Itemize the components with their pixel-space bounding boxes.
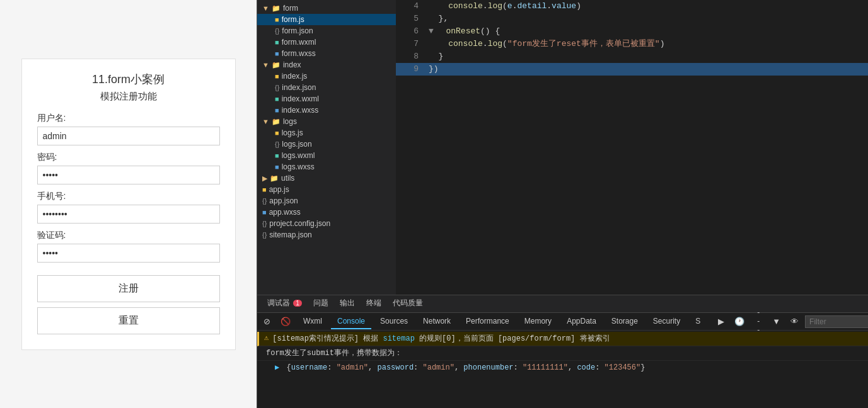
ide-main: ▼ 📁 form ■ form.js {} form.json ■ form.w…: [257, 0, 868, 295]
json-icon-app: {}: [262, 197, 267, 205]
toolbar-eye-btn[interactable]: 👁: [787, 315, 802, 327]
tab-security[interactable]: Security: [647, 314, 686, 329]
tab-appdata[interactable]: AppData: [560, 314, 603, 329]
line-content-7: console.log("form发生了reset事件，表单已被重置"): [429, 38, 665, 50]
tree-file-sitemap-json[interactable]: {} sitemap.json: [257, 229, 396, 241]
devtools-panel: 调试器 1 问题 输出 终端 代码质量 ⊘ 🚫 Wxml Console Sou…: [257, 295, 868, 408]
tree-file-index-wxss[interactable]: ■ index.wxss: [257, 105, 396, 116]
folder-icon-logs: 📁: [272, 118, 281, 126]
code-input[interactable]: [37, 244, 220, 263]
username-label: 用户名:: [37, 113, 220, 124]
form-subtitle: 模拟注册功能: [37, 91, 220, 103]
warning-icon: ⚠: [264, 333, 269, 343]
code-line-6: 6 ▼ onReset() {: [396, 25, 868, 38]
tree-file-logs-js[interactable]: ■ logs.js: [257, 127, 396, 139]
tree-file-form-wxml[interactable]: ■ form.wxml: [257, 37, 396, 48]
console-text-submit: form发生了submit事件，携带数据为：: [266, 348, 863, 359]
meta-tab-debugger[interactable]: 调试器 1: [262, 297, 307, 311]
username-input[interactable]: [37, 127, 220, 145]
tree-file-app-wxss[interactable]: ■ app.wxss: [257, 207, 396, 218]
tree-label-form-wxml: form.wxml: [282, 38, 316, 47]
register-button[interactable]: 注册: [37, 275, 220, 302]
meta-tab-issues[interactable]: 问题: [308, 297, 333, 311]
tree-file-logs-wxss[interactable]: ■ logs.wxss: [257, 161, 396, 173]
tree-folder-form[interactable]: ▼ 📁 form: [257, 3, 396, 14]
folder-icon-utils: 📁: [270, 174, 279, 183]
line-num-5: 5: [401, 13, 419, 25]
code-line-9: 9 }): [396, 63, 868, 76]
tab-sources[interactable]: Sources: [374, 314, 414, 329]
file-tree: ▼ 📁 form ■ form.js {} form.json ■ form.w…: [257, 0, 396, 295]
password-input[interactable]: [37, 166, 220, 184]
reset-button[interactable]: 重置: [37, 307, 220, 334]
tree-label-app-js: app.js: [269, 185, 289, 194]
tree-label-index-js: index.js: [282, 72, 308, 81]
code-line-7: 7 console.log("form发生了reset事件，表单已被重置"): [396, 38, 868, 50]
code-editor: 4 console.log(e.detail.value) 5 }, 6 ▼ o…: [396, 0, 868, 295]
tree-file-index-js[interactable]: ■ index.js: [257, 71, 396, 82]
tab-performance[interactable]: Performance: [460, 314, 516, 329]
tree-folder-utils[interactable]: ▶ 📁 utils: [257, 173, 396, 184]
meta-tab-terminal[interactable]: 终端: [361, 297, 386, 311]
tree-file-app-json[interactable]: {} app.json: [257, 195, 396, 207]
tree-file-logs-json[interactable]: {} logs.json: [257, 139, 396, 150]
wxml-icon-logs: ■: [275, 152, 279, 159]
tree-file-project-json[interactable]: {} project.config.json: [257, 218, 396, 229]
toolbar-time-btn[interactable]: 🕐: [731, 315, 748, 327]
tab-memory[interactable]: Memory: [518, 314, 558, 329]
code-arrow-6: ▼: [429, 25, 434, 38]
tab-network[interactable]: Network: [417, 314, 457, 329]
tree-file-index-json[interactable]: {} index.json: [257, 82, 396, 93]
tree-folder-logs[interactable]: ▼ 📁 logs: [257, 116, 396, 127]
tree-label-form: form: [283, 4, 298, 13]
form-card: 11.form小案例 模拟注册功能 用户名: 密码: 手机号: 验证码: 注册 …: [21, 59, 236, 350]
json-icon-sitemap: {}: [262, 231, 267, 239]
tree-file-app-js[interactable]: ■ app.js: [257, 184, 396, 195]
tree-file-form-json[interactable]: {} form.json: [257, 25, 396, 37]
tree-folder-index[interactable]: ▼ 📁 index: [257, 59, 396, 71]
tree-label-logs-json: logs.json: [282, 140, 311, 149]
tree-label-form-wxss: form.wxss: [282, 49, 316, 58]
toolbar-execute-btn[interactable]: ▶: [714, 315, 728, 327]
folder-icon-utils-arrow: ▶: [262, 174, 267, 183]
wxss-icon-index: ■: [275, 106, 279, 114]
tab-more[interactable]: S: [689, 314, 707, 329]
folder-open-icon: ▼: [262, 4, 269, 12]
line-content-5: },: [429, 13, 448, 25]
tab-wxml[interactable]: Wxml: [297, 314, 328, 329]
debugger-badge: 1: [293, 300, 302, 307]
line-content-9: }): [429, 63, 439, 76]
meta-tab-code-quality[interactable]: 代码质量: [388, 297, 428, 311]
line-num-7: 7: [401, 38, 419, 50]
console-warning-sitemap: ⚠ [sitemap索引情况提示] 根据 sitemap 的规则[0]，当前页面…: [257, 332, 868, 346]
phone-input[interactable]: [37, 205, 220, 224]
tree-file-form-js[interactable]: ■ form.js: [257, 14, 396, 25]
tree-file-index-wxml[interactable]: ■ index.wxml: [257, 93, 396, 105]
wxss-icon-app: ■: [262, 208, 267, 216]
console-expand-row: ▶ {username: "admin", password: "admin",…: [257, 361, 868, 375]
toolbar-stop-btn[interactable]: ⊘: [260, 315, 274, 327]
tab-console[interactable]: Console: [331, 314, 371, 329]
filter-input[interactable]: [805, 315, 868, 328]
toolbar-dropdown-btn[interactable]: ▼: [768, 315, 784, 327]
json-icon-index: {}: [275, 84, 279, 91]
tab-storage[interactable]: Storage: [605, 314, 644, 329]
form-title: 11.form小案例: [37, 72, 220, 87]
meta-tab-group: 调试器 1 问题 输出 终端 代码质量: [262, 297, 428, 311]
meta-tab-output[interactable]: 输出: [335, 297, 360, 311]
folder-open-icon-logs: ▼: [262, 118, 269, 125]
devtools-meta-tabs: 调试器 1 问题 输出 终端 代码质量: [257, 295, 868, 313]
code-line-4: 4 console.log(e.detail.value): [396, 0, 868, 13]
line-content-8: }: [429, 50, 443, 63]
json-icon: {}: [275, 27, 279, 35]
tree-file-form-wxss[interactable]: ■ form.wxss: [257, 48, 396, 59]
wxml-icon: ■: [275, 38, 279, 46]
folder-open-icon-index: ▼: [262, 61, 269, 69]
phone-row: 手机号:: [37, 191, 220, 224]
toolbar-clear-btn[interactable]: 🚫: [277, 315, 294, 327]
expand-icon[interactable]: ▶: [275, 363, 279, 372]
tree-file-logs-wxml[interactable]: ■ logs.wxml: [257, 150, 396, 161]
js-icon-index: ■: [275, 72, 279, 80]
line-num-8: 8: [401, 50, 419, 63]
tree-label-logs-wxss: logs.wxss: [282, 162, 315, 171]
